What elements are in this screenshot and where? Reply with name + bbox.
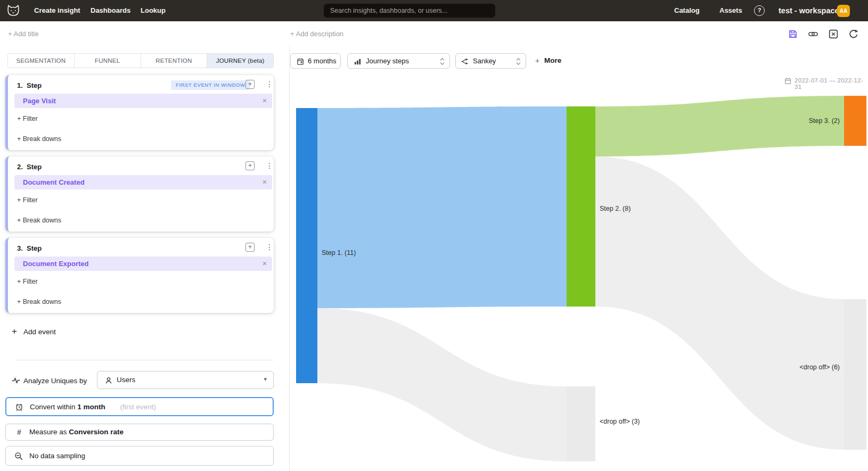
add-filter-link[interactable]: + Filter [17, 196, 38, 204]
step-menu-icon[interactable]: ⋮ [266, 243, 273, 251]
workspace-name[interactable]: test - workspace [779, 0, 839, 21]
convert-within-label: Convert within [30, 403, 76, 411]
step-card-2: 2. Step + ⋮ Document Created × + Filter … [5, 156, 274, 232]
search-input[interactable] [324, 4, 495, 18]
sankey-link-step1-dropoff [317, 308, 567, 461]
sankey-label-dropoff-1: <drop off> (3) [600, 418, 640, 425]
measure-as-label: Measure as [29, 428, 67, 436]
more-plus-icon[interactable]: + [535, 56, 539, 65]
analyze-uniques-label: Analyze Uniques by [23, 377, 87, 385]
help-icon[interactable]: ? [754, 5, 765, 16]
step-number: 3. [17, 244, 23, 252]
chart-type-select[interactable]: Journey steps [347, 53, 450, 69]
tab-funnel[interactable]: FUNNEL [74, 54, 141, 68]
step-title: Step [27, 163, 42, 171]
tab-segmentation[interactable]: SEGMENTATION [8, 54, 74, 68]
top-navbar: Create insight Dashboards Lookup Catalog… [0, 0, 868, 21]
add-event-plus-icon[interactable]: + [12, 326, 17, 337]
event-chip[interactable]: Document Created × [14, 175, 272, 189]
close-box-icon[interactable] [829, 29, 838, 39]
activity-icon [12, 376, 20, 385]
sankey-node-step1[interactable] [296, 108, 317, 383]
app-window: Create insight Dashboards Lookup Catalog… [0, 0, 868, 471]
sankey-label-step2: Step 2. (8) [600, 205, 630, 212]
zoom-out-icon [14, 452, 23, 460]
left-panel-divider [15, 360, 274, 360]
add-breakdown-link[interactable]: + Break downs [17, 298, 61, 305]
date-range-button[interactable]: 6 months [290, 53, 341, 69]
nav-create-insight[interactable]: Create insight [34, 0, 80, 21]
add-event-to-step-button[interactable]: + [245, 243, 255, 252]
add-breakdown-link[interactable]: + Break downs [17, 135, 61, 143]
convert-window-value: 1 month [77, 403, 105, 411]
sankey-label-step3: Step 3. (2) [809, 117, 840, 125]
first-event-badge: FIRST EVENT IN WINDOW [171, 80, 250, 90]
sankey-node-step2[interactable] [567, 106, 595, 307]
save-icon[interactable] [788, 29, 798, 39]
sankey-link-step2-dropoff [595, 156, 844, 450]
add-filter-link[interactable]: + Filter [17, 115, 38, 122]
step-title: Step [27, 244, 42, 252]
sankey-node-dropoff-1[interactable] [567, 386, 595, 461]
uniques-entity-select[interactable]: Users ▾ [97, 371, 274, 389]
measure-as-box[interactable]: # Measure as Conversion rate [5, 424, 274, 441]
event-chip[interactable]: Page Visit × [14, 94, 272, 108]
measure-as-value: Conversion rate [69, 428, 124, 436]
copy-link-icon[interactable] [808, 29, 818, 39]
sankey-node-dropoff-2[interactable] [844, 299, 866, 450]
chevron-down-icon: ▾ [264, 376, 267, 383]
event-name[interactable]: Page Visit [23, 97, 56, 105]
calendar-icon [297, 57, 304, 65]
sankey-label-dropoff-2: <drop off> (6) [799, 363, 840, 371]
sankey-icon [461, 57, 469, 65]
add-event-to-step-button[interactable]: + [245, 161, 255, 170]
step-card-3: 3. Step + ⋮ Document Exported × + Filter… [5, 238, 274, 313]
add-breakdown-link[interactable]: + Break downs [17, 217, 61, 224]
insight-type-tabs: SEGMENTATION FUNNEL RETENTION JOURNEY (b… [7, 53, 274, 68]
chart-type-value: Journey steps [366, 57, 409, 65]
remove-event-icon[interactable]: × [263, 178, 267, 186]
select-carets-icon [515, 57, 521, 65]
tab-retention[interactable]: RETENTION [141, 54, 207, 68]
sankey-label-step1: Step 1. (11) [322, 249, 356, 257]
data-sampling-label: No data sampling [29, 452, 85, 460]
sankey-node-step3[interactable] [844, 96, 866, 146]
data-sampling-box[interactable]: No data sampling [5, 446, 274, 466]
nav-dashboards[interactable]: Dashboards [91, 0, 130, 21]
add-title-field[interactable]: + Add title [8, 30, 38, 38]
event-name[interactable]: Document Exported [23, 260, 89, 268]
cat-logo-icon[interactable] [6, 4, 20, 17]
nav-catalog[interactable]: Catalog [674, 0, 700, 21]
step-number: 1. [17, 81, 23, 89]
conversion-window-box[interactable]: Convert within 1 month (first event) [5, 397, 274, 416]
step-menu-icon[interactable]: ⋮ [266, 80, 273, 88]
avatar[interactable]: AA [837, 5, 850, 17]
sankey-chart: Step 1. (11) Step 2. (8) Step 3. (2) <dr… [289, 73, 868, 471]
hash-icon: # [17, 428, 21, 436]
tab-journey[interactable]: JOURNEY (beta) [207, 54, 273, 68]
sankey-link-step2-step3 [595, 96, 844, 156]
add-description-field[interactable]: + Add description [290, 30, 343, 38]
visualization-select[interactable]: Sankey [455, 53, 526, 69]
step-menu-icon[interactable]: ⋮ [266, 161, 273, 170]
sankey-link-step1-step2 [317, 106, 567, 308]
alarm-clock-icon [15, 403, 23, 411]
bar-chart-icon [354, 57, 362, 65]
remove-event-icon[interactable]: × [263, 96, 267, 105]
nav-assets[interactable]: Assets [719, 0, 742, 21]
add-event-button[interactable]: Add event [23, 328, 56, 336]
select-carets-icon [439, 57, 445, 65]
add-event-to-step-button[interactable]: + [245, 80, 255, 89]
add-filter-link[interactable]: + Filter [17, 278, 38, 285]
refresh-icon[interactable] [849, 29, 858, 39]
person-icon [104, 376, 113, 385]
event-name[interactable]: Document Created [23, 178, 85, 186]
more-button[interactable]: More [544, 56, 561, 64]
step-title: Step [27, 81, 42, 89]
date-range-button-label: 6 months [308, 57, 336, 65]
step-number: 2. [17, 163, 23, 171]
event-chip[interactable]: Document Exported × [14, 257, 272, 271]
remove-event-icon[interactable]: × [263, 259, 267, 268]
nav-lookup[interactable]: Lookup [141, 0, 166, 21]
step-card-1: 1. Step FIRST EVENT IN WINDOW + ⋮ Page V… [5, 75, 274, 150]
